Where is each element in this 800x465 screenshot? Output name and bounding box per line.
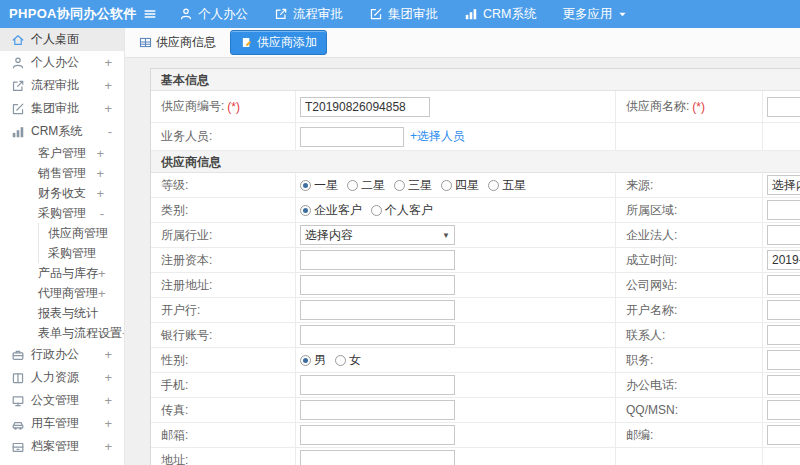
text-input[interactable] (767, 200, 800, 220)
form-label-cell: 开户行: (151, 298, 296, 322)
form-field-cell (763, 123, 800, 150)
form-label-cell: 邮箱: (151, 423, 296, 447)
text-input[interactable] (300, 97, 430, 117)
sidebar-item[interactable]: 销售管理+ (0, 163, 124, 183)
text-input[interactable] (300, 325, 455, 345)
nav-item-crm[interactable]: CRM系统 (464, 6, 536, 23)
form-label-cell: 等级: (151, 173, 296, 197)
radio-label: 五星 (502, 177, 526, 194)
nav-item-group-approval[interactable]: 集团审批 (369, 6, 438, 23)
monitor-icon (10, 394, 25, 408)
sidebar-item-label: 行政办公 (31, 346, 79, 363)
radio-option[interactable]: 女 (335, 352, 361, 369)
radio-option[interactable]: 二星 (347, 177, 385, 194)
sidebar-item[interactable]: 档案管理+ (0, 435, 124, 458)
tab-supplier-info[interactable]: 供应商信息 (134, 31, 221, 54)
field-label: 企业法人: (626, 227, 677, 244)
form-label-cell: 性别: (151, 348, 296, 372)
text-input[interactable] (767, 300, 800, 320)
form-field-cell (296, 298, 616, 322)
form-field-cell (763, 348, 800, 372)
sidebar-item-label: 代理商管理 (38, 285, 98, 302)
text-input[interactable] (767, 250, 800, 270)
select-input[interactable]: 选择内容▼ (767, 175, 800, 195)
text-input[interactable] (767, 400, 800, 420)
sidebar-item[interactable]: CRM系统- (0, 120, 124, 143)
text-input[interactable] (767, 225, 800, 245)
radio-option[interactable]: 个人客户 (371, 202, 433, 219)
sidebar-item[interactable]: 流程审批+ (0, 74, 124, 97)
form-field-cell (296, 248, 616, 272)
sidebar-item[interactable]: 集团审批+ (0, 97, 124, 120)
radio-label: 企业客户 (314, 202, 362, 219)
topbar: PHPOA协同办公软件 个人办公 流程审批 集团审批 CRM系统 更多应用 (0, 0, 800, 28)
field-label: 地址: (161, 452, 188, 465)
text-input[interactable] (767, 350, 800, 370)
field-label: 等级: (161, 177, 188, 194)
radio-option[interactable]: 四星 (441, 177, 479, 194)
radio-option[interactable]: 五星 (488, 177, 526, 194)
sidebar-item[interactable]: 行政办公+ (0, 343, 124, 366)
text-input[interactable] (300, 250, 455, 270)
select-input[interactable]: 选择内容▼ (300, 225, 455, 245)
sidebar-item[interactable]: 公文管理+ (0, 389, 124, 412)
radio-group: 一星二星三星四星五星 (300, 177, 526, 194)
sidebar-item[interactable]: 供应商管理 (0, 223, 124, 243)
car-icon (10, 417, 25, 431)
field-label: 银行账号: (161, 327, 212, 344)
sidebar-item[interactable]: 用车管理+ (0, 412, 124, 435)
radio-option[interactable]: 男 (300, 352, 326, 369)
form-label-cell: 企业法人: (616, 223, 763, 247)
sidebar-item[interactable]: 客户管理+ (0, 143, 124, 163)
app-window: PHPOA协同办公软件 个人办公 流程审批 集团审批 CRM系统 更多应用 (0, 0, 800, 465)
choose-person-link[interactable]: +选择人员 (410, 128, 465, 145)
required-marker: (*) (227, 100, 240, 114)
sidebar-item[interactable]: 产品与库存+ (0, 263, 124, 283)
text-input[interactable] (300, 450, 455, 465)
nav-item-personal-office[interactable]: 个人办公 (179, 6, 248, 23)
sidebar-item[interactable]: 采购管理- (0, 203, 124, 223)
form-field-cell (763, 248, 800, 272)
text-input[interactable] (767, 275, 800, 295)
sidebar-item[interactable]: 采购管理 (0, 243, 124, 263)
sidebar-item[interactable]: 代理商管理+ (0, 283, 124, 303)
sidebar-item[interactable]: 人力资源+ (0, 366, 124, 389)
form-row: 所属行业:选择内容▼企业法人: (151, 223, 800, 248)
text-input[interactable] (300, 400, 455, 420)
text-input[interactable] (300, 425, 455, 445)
sidebar-item-label: 采购管理 (48, 245, 96, 262)
text-input[interactable] (767, 325, 800, 345)
text-input[interactable] (767, 425, 800, 445)
field-label: 供应商编号: (161, 98, 224, 115)
text-input[interactable] (767, 375, 800, 395)
form-field-cell: 选择内容▼ (296, 223, 616, 247)
field-label: QQ/MSN: (626, 403, 678, 417)
radio-icon (335, 355, 346, 366)
radio-option[interactable]: 三星 (394, 177, 432, 194)
text-input[interactable] (300, 300, 455, 320)
sidebar-item[interactable]: 表单与流程设置+ (0, 323, 124, 343)
text-input[interactable] (300, 375, 455, 395)
sidebar-item[interactable]: 报表与统计 (0, 303, 124, 323)
sidebar-item[interactable]: 个人桌面 (0, 28, 124, 51)
form-label-cell: QQ/MSN: (616, 398, 763, 422)
nav-item-workflow-approval[interactable]: 流程审批 (274, 6, 343, 23)
sidebar-item-label: 采购管理 (38, 205, 86, 222)
expand-icon: + (104, 394, 112, 407)
tab-supplier-add[interactable]: 供应商添加 (230, 30, 327, 55)
menu-icon[interactable] (143, 7, 157, 21)
form-label-cell: 办公电话: (616, 373, 763, 397)
nav-item-more-apps[interactable]: 更多应用 (562, 6, 628, 23)
form-label-cell: 供应商名称:(*) (616, 91, 763, 122)
sidebar-item[interactable]: 个人办公+ (0, 51, 124, 74)
radio-option[interactable]: 企业客户 (300, 202, 362, 219)
radio-icon (488, 180, 499, 191)
text-input[interactable] (767, 97, 800, 117)
text-input[interactable] (300, 127, 404, 147)
text-input[interactable] (300, 275, 455, 295)
radio-option[interactable]: 一星 (300, 177, 338, 194)
sidebar-item[interactable]: 财务收支+ (0, 183, 124, 203)
sidebar-item-label: 档案管理 (31, 438, 79, 455)
radio-label: 二星 (361, 177, 385, 194)
book-icon (10, 371, 25, 385)
